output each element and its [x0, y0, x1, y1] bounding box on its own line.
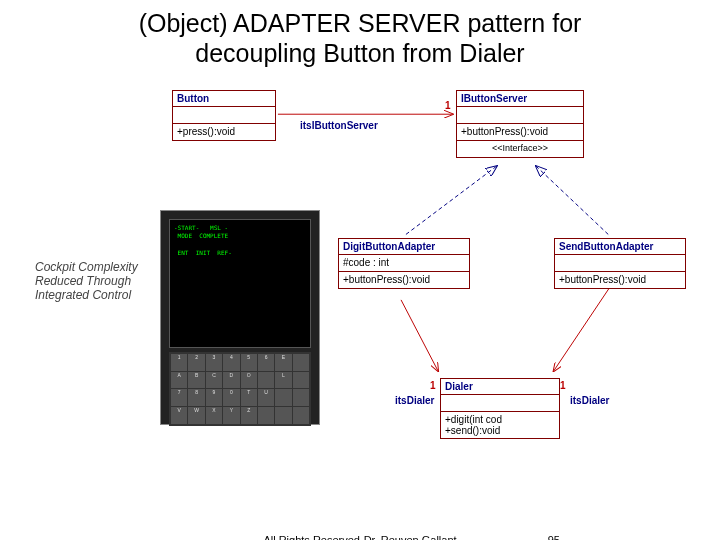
page-number: 95: [548, 534, 560, 540]
class-attrs: #code : int: [339, 254, 469, 271]
class-digitbuttonadapter: DigitButtonAdapter #code : int +buttonPr…: [338, 238, 470, 289]
class-name: Button: [173, 91, 275, 106]
class-name: Dialer: [441, 379, 559, 394]
class-attrs: [457, 106, 583, 123]
svg-line-1: [406, 166, 497, 234]
class-name: SendButtonAdapter: [555, 239, 685, 254]
class-attrs: [555, 254, 685, 271]
copyright-text: All Rights Reserved-Dr. Reuven Gallant: [263, 534, 456, 540]
multiplicity-1a: 1: [445, 100, 451, 111]
class-attrs: [173, 106, 275, 123]
op2: +send():void: [445, 425, 500, 436]
multiplicity-1b: 1: [430, 380, 436, 391]
label-itsdialer-right: itsDialer: [570, 395, 609, 406]
class-button: Button +press():void: [172, 90, 276, 141]
label-itsdialer-left: itsDialer: [395, 395, 434, 406]
cockpit-device-image: -START- MSL - MODE COMPLETE ENT INIT REF…: [160, 210, 320, 425]
class-name: DigitButtonAdapter: [339, 239, 469, 254]
device-keypad: 123456E ABCDOL 7890TU VWXYZ: [169, 352, 311, 426]
op1: +digit(int cod: [445, 414, 502, 425]
cockpit-caption: Cockpit Complexity Reduced Through Integ…: [35, 260, 155, 302]
class-ops: +press():void: [173, 123, 275, 140]
class-ibuttonserver: IButtonServer +buttonPress():void <<Inte…: [456, 90, 584, 158]
class-dialer: Dialer +digit(int cod +send():void: [440, 378, 560, 439]
slide-title: (Object) ADAPTER SERVER pattern for deco…: [0, 0, 720, 68]
class-ops: +buttonPress():void: [339, 271, 469, 288]
title-line-1: (Object) ADAPTER SERVER pattern for: [139, 9, 582, 37]
svg-line-3: [401, 300, 438, 371]
uml-diagram: Button +press():void IButtonServer +butt…: [0, 80, 720, 510]
label-itsibuttonserver: itsIButtonServer: [300, 120, 378, 131]
class-stereotype: <<Interface>>: [457, 140, 583, 157]
class-ops: +buttonPress():void: [555, 271, 685, 288]
class-sendbuttonadapter: SendButtonAdapter +buttonPress():void: [554, 238, 686, 289]
device-screen: -START- MSL - MODE COMPLETE ENT INIT REF…: [169, 219, 311, 348]
multiplicity-1c: 1: [560, 380, 566, 391]
class-ops: +digit(int cod +send():void: [441, 411, 559, 438]
svg-line-4: [554, 285, 612, 371]
class-name: IButtonServer: [457, 91, 583, 106]
title-line-2: decoupling Button from Dialer: [195, 39, 524, 67]
svg-line-2: [536, 166, 608, 234]
class-attrs: [441, 394, 559, 411]
class-ops: +buttonPress():void: [457, 123, 583, 140]
